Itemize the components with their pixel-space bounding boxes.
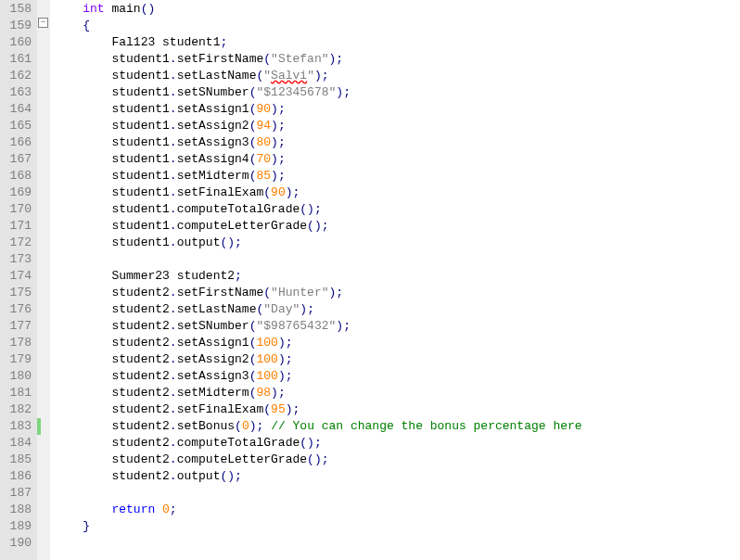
code-line[interactable]: student2.setBonus(0); // You can change … [54, 418, 740, 435]
code-line[interactable]: student1.setAssign1(90); [54, 101, 740, 118]
token-ident: student1 [111, 119, 169, 133]
line-number: 165 [2, 118, 32, 134]
token-ident: student2 [111, 386, 169, 400]
code-line[interactable]: Summer23 student2; [54, 268, 740, 285]
line-number: 172 [2, 235, 32, 251]
code-line[interactable]: student2.computeTotalGrade(); [54, 435, 740, 452]
token-func: output [177, 235, 221, 249]
code-line[interactable]: student2.setLastName("Day"); [54, 301, 740, 318]
token-paren: ( [263, 402, 271, 416]
token-paren: ) [278, 352, 286, 366]
indent [54, 319, 111, 333]
line-number: 167 [2, 151, 32, 168]
token-semi: ; [286, 352, 293, 366]
token-func: computeLetterGrade [177, 219, 307, 233]
token-semi: ; [278, 119, 286, 133]
code-line[interactable]: student2.computeLetterGrade(); [54, 452, 740, 468]
token-paren: ) [271, 119, 278, 133]
code-line[interactable]: return 0; [54, 502, 740, 518]
token-ident: student2 [111, 436, 169, 450]
indent [54, 336, 111, 350]
code-line[interactable] [54, 485, 740, 502]
code-line[interactable]: student2.setAssign2(100); [54, 351, 740, 368]
indent [54, 202, 111, 216]
token-str: "$98765432" [256, 319, 336, 333]
token-num: 100 [256, 369, 277, 383]
token-semi: ; [235, 469, 242, 483]
token-semi: ; [278, 386, 286, 400]
code-editor[interactable]: 1581591601611621631641651661671681691701… [0, 0, 740, 560]
indent [54, 35, 111, 49]
line-number: 163 [2, 84, 32, 101]
code-line[interactable]: student1.output(); [54, 235, 740, 251]
code-line[interactable]: student1.setFirstName("Stefan"); [54, 51, 740, 68]
code-line[interactable]: student1.setAssign2(94); [54, 118, 740, 134]
token-paren: ( [263, 286, 271, 299]
token-ident: student1 [111, 152, 169, 166]
line-number: 161 [2, 51, 32, 68]
code-line[interactable]: student1.setFinalExam(90); [54, 185, 740, 201]
line-number: 187 [2, 485, 32, 502]
fold-column[interactable]: − [37, 0, 50, 560]
token-op: . [170, 352, 177, 366]
line-number: 174 [2, 268, 32, 285]
token-op: . [170, 185, 177, 199]
token-ident: Fal123 student1 [111, 35, 220, 49]
token-op: . [170, 402, 177, 416]
line-number: 166 [2, 134, 32, 151]
code-line[interactable]: { [54, 18, 740, 34]
indent [54, 369, 111, 383]
token-num: 80 [256, 135, 271, 149]
code-line[interactable]: student2.setSNumber("$98765432"); [54, 318, 740, 335]
code-line[interactable]: student1.setLastName("Salvi"); [54, 68, 740, 84]
token-op: . [170, 436, 177, 450]
code-line[interactable]: student2.setMidterm(98); [54, 385, 740, 401]
token-semi: ; [322, 219, 329, 233]
line-number: 177 [2, 318, 32, 335]
code-line[interactable]: student1.setSNumber("$12345678"); [54, 84, 740, 101]
code-line[interactable]: student1.setAssign3(80); [54, 134, 740, 151]
token-paren: ) [286, 185, 293, 199]
code-line[interactable]: student2.setFinalExam(95); [54, 401, 740, 418]
token-op: . [170, 369, 177, 383]
code-line[interactable]: Fal123 student1; [54, 34, 740, 51]
token-op: . [170, 469, 177, 483]
token-semi: ; [235, 269, 242, 283]
code-line[interactable] [54, 251, 740, 268]
token-func: setAssign2 [177, 352, 249, 366]
indent [54, 503, 111, 516]
line-number: 181 [2, 385, 32, 401]
code-line[interactable]: student2.setAssign1(100); [54, 335, 740, 351]
token-ident: student2 [111, 302, 169, 316]
indent [54, 69, 111, 83]
indent [54, 469, 111, 483]
code-line[interactable]: int main() [54, 1, 740, 18]
code-line[interactable] [54, 535, 740, 552]
token-op: . [170, 119, 177, 133]
code-line[interactable]: student1.setAssign4(70); [54, 151, 740, 168]
code-line[interactable]: student1.computeTotalGrade(); [54, 201, 740, 218]
token-str-wavy: Salvi [271, 69, 307, 83]
token-semi: ; [307, 302, 314, 316]
token-ident: student2 [111, 286, 169, 299]
code-line[interactable]: student1.setMidterm(85); [54, 168, 740, 185]
token-func: output [177, 469, 221, 483]
token-op: . [170, 419, 177, 433]
token-semi: ; [343, 85, 351, 99]
token-paren: ) [336, 85, 343, 99]
code-line[interactable]: } [54, 518, 740, 535]
code-line[interactable]: student1.computeLetterGrade(); [54, 218, 740, 235]
code-line[interactable]: student2.setAssign3(100); [54, 368, 740, 385]
token-num: 90 [256, 102, 271, 116]
token-op: . [170, 102, 177, 116]
indent [54, 386, 111, 400]
token-semi: ; [278, 169, 286, 183]
code-area[interactable]: int main() { Fal123 student1; student1.s… [50, 0, 740, 560]
code-line[interactable]: student2.output(); [54, 468, 740, 485]
fold-toggle-icon[interactable]: − [38, 18, 48, 28]
token-op: . [170, 336, 177, 350]
code-line[interactable]: student2.setFirstName("Hunter"); [54, 285, 740, 301]
token-semi: ; [322, 69, 329, 83]
indent [54, 402, 111, 416]
line-number: 169 [2, 185, 32, 201]
